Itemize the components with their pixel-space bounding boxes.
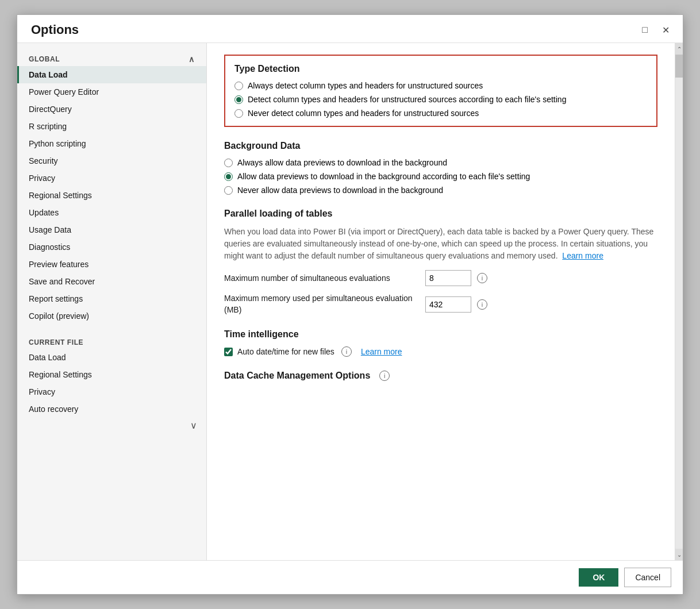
scroll-down-button[interactable]: ⌄ [675, 549, 683, 560]
right-scrollbar[interactable]: ⌃ ⌄ [675, 43, 683, 560]
max-memory-info-icon[interactable]: i [477, 299, 487, 310]
sidebar-scroll-down[interactable]: ∨ [17, 418, 206, 433]
max-evals-label: Maximum number of simultaneous evaluatio… [224, 273, 420, 283]
background-data-radio-3[interactable] [224, 186, 233, 195]
sidebar-item-preview-features[interactable]: Preview features [17, 256, 206, 273]
sidebar-item-current-privacy[interactable]: Privacy [17, 383, 206, 400]
type-detection-radio-1[interactable] [234, 82, 243, 90]
background-data-section: Background Data Always allow data previe… [224, 141, 657, 195]
options-dialog: Options □ ✕ GLOBAL ∧ Data Load Power Que… [17, 14, 683, 595]
sidebar-item-r-scripting[interactable]: R scripting [17, 118, 206, 135]
global-section-header: GLOBAL ∧ [17, 49, 206, 66]
data-cache-info-icon[interactable]: i [379, 371, 390, 381]
dialog-body: GLOBAL ∧ Data Load Power Query Editor Di… [17, 43, 683, 560]
sidebar-item-current-auto-recovery[interactable]: Auto recovery [17, 400, 206, 418]
sidebar-item-diagnostics[interactable]: Diagnostics [17, 238, 206, 256]
parallel-loading-section: Parallel loading of tables When you load… [224, 209, 657, 315]
parallel-loading-description: When you load data into Power BI (via im… [224, 226, 657, 262]
type-detection-option-3[interactable]: Never detect column types and headers fo… [234, 109, 647, 118]
current-file-section-header: CURRENT FILE [17, 333, 206, 349]
title-bar: Options □ ✕ [17, 15, 683, 43]
dialog-title: Options [31, 22, 79, 37]
type-detection-title: Type Detection [234, 64, 647, 74]
ok-button[interactable]: OK [579, 568, 618, 587]
sidebar-item-usage-data[interactable]: Usage Data [17, 221, 206, 238]
dialog-footer: OK Cancel [17, 560, 683, 594]
auto-datetime-checkbox[interactable] [224, 348, 233, 356]
time-intelligence-learn-more[interactable]: Learn more [361, 347, 402, 356]
auto-datetime-label: Auto date/time for new files [237, 347, 334, 356]
data-cache-title: Data Cache Management Options [224, 371, 370, 381]
maximize-button[interactable]: □ [637, 22, 653, 38]
main-content: Type Detection Always detect column type… [207, 43, 675, 560]
auto-datetime-row: Auto date/time for new files i Learn mor… [224, 346, 657, 357]
max-evals-row: Maximum number of simultaneous evaluatio… [224, 270, 657, 286]
data-cache-section: Data Cache Management Options i [224, 371, 657, 381]
scroll-thumb[interactable] [675, 55, 683, 78]
max-memory-label: Maximum memory used per simultaneous eva… [224, 293, 420, 315]
max-memory-row: Maximum memory used per simultaneous eva… [224, 293, 657, 315]
sidebar-item-privacy[interactable]: Privacy [17, 169, 206, 187]
type-detection-section: Type Detection Always detect column type… [224, 55, 657, 127]
background-data-title: Background Data [224, 141, 657, 151]
sidebar-item-python-scripting[interactable]: Python scripting [17, 135, 206, 152]
background-data-option-2[interactable]: Allow data previews to download in the b… [224, 172, 657, 181]
sidebar-item-report-settings[interactable]: Report settings [17, 290, 206, 307]
cancel-button[interactable]: Cancel [624, 568, 671, 587]
close-button[interactable]: ✕ [657, 22, 674, 38]
time-intelligence-section: Time intelligence Auto date/time for new… [224, 329, 657, 357]
max-evals-input[interactable]: 8 [425, 270, 471, 286]
scroll-track[interactable] [675, 55, 683, 549]
sidebar-item-save-and-recover[interactable]: Save and Recover [17, 273, 206, 290]
type-detection-radio-2[interactable] [234, 95, 243, 104]
sidebar-item-copilot-preview[interactable]: Copilot (preview) [17, 307, 206, 325]
window-controls: □ ✕ [637, 22, 674, 38]
sidebar-item-security[interactable]: Security [17, 152, 206, 169]
sidebar-item-updates[interactable]: Updates [17, 204, 206, 221]
type-detection-option-2[interactable]: Detect column types and headers for unst… [234, 95, 647, 104]
sidebar-item-data-load[interactable]: Data Load [17, 66, 206, 83]
type-detection-radio-3[interactable] [234, 109, 243, 118]
sidebar-item-current-data-load[interactable]: Data Load [17, 349, 206, 366]
background-data-option-3[interactable]: Never allow data previews to download in… [224, 186, 657, 195]
sidebar-item-power-query-editor[interactable]: Power Query Editor [17, 83, 206, 101]
type-detection-radio-group: Always detect column types and headers f… [234, 81, 647, 118]
scroll-up-button[interactable]: ⌃ [675, 43, 683, 55]
max-memory-input[interactable]: 432 [425, 296, 471, 313]
global-collapse-icon[interactable]: ∧ [189, 55, 195, 64]
chevron-down-icon[interactable]: ∨ [190, 420, 197, 431]
auto-datetime-info-icon[interactable]: i [341, 346, 352, 357]
background-data-radio-1[interactable] [224, 159, 233, 167]
sidebar: GLOBAL ∧ Data Load Power Query Editor Di… [17, 43, 207, 560]
background-data-radio-group: Always allow data previews to download i… [224, 158, 657, 195]
parallel-loading-title: Parallel loading of tables [224, 209, 657, 219]
time-intelligence-title: Time intelligence [224, 329, 657, 340]
sidebar-item-regional-settings[interactable]: Regional Settings [17, 187, 206, 204]
type-detection-option-1[interactable]: Always detect column types and headers f… [234, 81, 647, 90]
background-data-option-1[interactable]: Always allow data previews to download i… [224, 158, 657, 167]
sidebar-item-directquery[interactable]: DirectQuery [17, 101, 206, 118]
parallel-loading-learn-more[interactable]: Learn more [562, 251, 603, 260]
max-evals-info-icon[interactable]: i [477, 273, 487, 283]
sidebar-item-current-regional-settings[interactable]: Regional Settings [17, 366, 206, 383]
background-data-radio-2[interactable] [224, 172, 233, 181]
